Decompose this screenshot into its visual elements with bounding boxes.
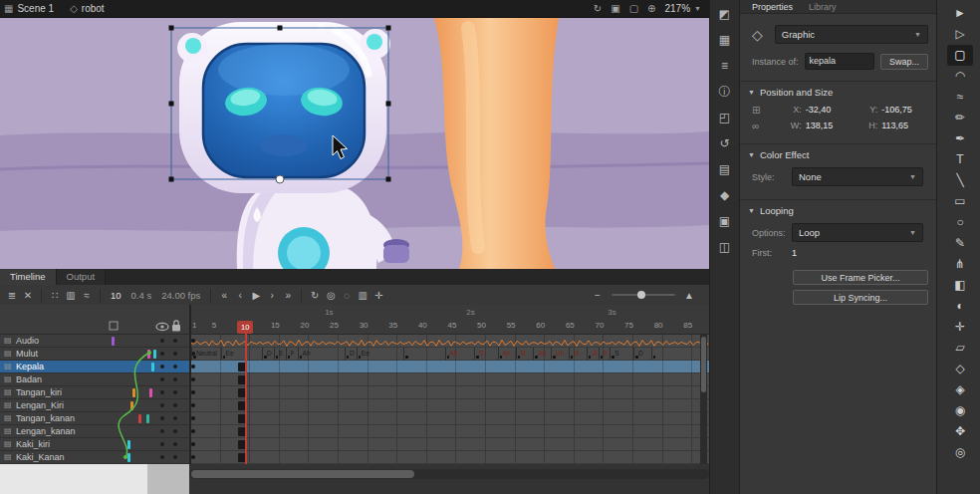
layer-row-lengan_kanan[interactable]: ▤Lengan_kanan [0,425,189,438]
keyframe-dot[interactable] [191,390,195,394]
mouth-pose-segment[interactable]: M [516,348,534,360]
layer-lock-dot[interactable] [173,455,177,459]
w-value[interactable]: 138,15 [806,121,860,130]
layer-visibility-dot[interactable] [160,429,164,433]
layer-row-tangan_kanan[interactable]: ▤Tangan_kanan [0,412,189,425]
width-tool[interactable]: ◇ [947,359,973,379]
onion-skin-outline-icon[interactable]: ◌ [339,290,355,301]
frames-row-lengan_kiri[interactable] [191,399,709,412]
mouth-pose-segment[interactable]: D [474,348,498,360]
layer-row-tangan_kiri[interactable]: ▤Tangan_kiri [0,386,189,399]
edit-multiple-frames-icon[interactable]: ▥ [355,290,370,301]
mouth-pose-segment[interactable]: Uh [551,348,569,360]
zoom-out-frames-icon[interactable]: − [590,290,606,301]
frames-vertical-scrollbar[interactable] [700,335,707,464]
layer-visibility-dot[interactable] [160,339,164,343]
color-panel-icon[interactable]: ◩ [714,6,736,23]
mouth-pose-segment[interactable]: Ee [221,348,262,360]
use-frame-picker-button[interactable]: Use Frame Picker... [793,270,928,285]
keyframe-dot[interactable] [191,455,195,459]
go-first-frame-icon[interactable]: « [216,290,232,301]
mouth-pose-segment[interactable]: Ah [298,348,345,360]
layer-visibility-dot[interactable] [160,416,164,420]
keyframe-mark[interactable] [238,440,246,449]
layer-lock-dot[interactable] [173,442,177,446]
instance-name-field[interactable]: kepala [805,53,874,70]
mouth-pose-segment[interactable]: Ah [533,348,551,360]
camera-tool[interactable]: ◉ [947,400,973,421]
frames-row-kaki_kiri[interactable] [191,438,709,451]
mouth-pose-segment[interactable]: Ee [357,348,403,360]
line-tool[interactable]: ╲ [947,170,973,191]
timeline-zoom-knob[interactable] [637,291,645,299]
keyframe-dot[interactable] [191,442,195,446]
tab-timeline[interactable]: Timeline [0,269,57,285]
mouth-pose-segment[interactable]: Neutral [191,348,221,360]
eraser-tool[interactable]: ▱ [947,338,973,359]
current-frame-counter[interactable]: 10 [111,290,122,301]
swap-button[interactable]: Swap... [880,54,928,70]
color-style-select[interactable]: None ▼ [792,167,923,186]
layer-lock-dot[interactable] [173,416,177,420]
layer-row-kaki_kiri[interactable]: ▤Kaki_kiri [0,438,189,451]
go-last-frame-icon[interactable]: » [280,290,296,301]
layer-visibility-dot[interactable] [160,390,164,394]
layer-row-kaki_kanan[interactable]: ▤Kaki_Kanan [0,451,189,464]
layer-lock-dot[interactable] [173,403,177,407]
frames-row-badan[interactable] [191,373,709,386]
frames-horizontal-scrollbar[interactable] [189,469,709,479]
frames-row-kaki_kanan[interactable] [191,451,709,464]
lasso-tool[interactable]: ◠ [947,66,973,87]
info-panel-icon[interactable]: ⓘ [714,84,736,101]
selection-tool[interactable]: ► [947,3,973,24]
first-frame-value[interactable]: 1 [792,248,848,258]
layer-row-audio[interactable]: ▤Audio [0,335,189,348]
layer-row-lengan_kiri[interactable]: ▤Lengan_Kiri [0,399,189,412]
keyframe-mark[interactable] [238,401,246,410]
frames-row-lengan_kanan[interactable] [191,425,709,438]
paint-bucket-tool[interactable]: ◧ [947,275,973,296]
subselection-tool[interactable]: ▷ [947,24,973,45]
mouth-pose-segment[interactable]: E [274,348,286,360]
h-value[interactable]: 113,65 [881,121,936,130]
zoom-in-frames-icon[interactable]: ▲ [681,290,697,301]
layer-row-kepala[interactable]: ▤Kepala [0,361,189,373]
onion-skin-icon[interactable]: ◎ [323,290,339,301]
mouth-pose-segment[interactable] [403,348,444,360]
layer-lock-dot[interactable] [173,365,177,369]
motion-presets-panel-icon[interactable]: ▣ [714,213,736,230]
classic-brush-tool[interactable]: ✏ [947,108,973,128]
frames-row-kepala[interactable] [191,361,709,373]
lip-syncing-button[interactable]: Lip Syncing... [793,290,928,305]
align-panel-icon[interactable]: ≡ [714,58,736,75]
mouth-pose-segment[interactable]: D [599,348,611,360]
frames-row-tangan_kiri[interactable] [191,386,709,399]
rotation-reset-icon[interactable]: ↻ [594,3,602,14]
loop-options-select[interactable]: Loop ▼ [792,223,923,242]
step-back-icon[interactable]: ‹ [232,290,248,301]
frames-view-icon[interactable]: ▥ [63,290,79,301]
clip-content-icon[interactable]: ▢ [629,3,638,14]
keyframe-mark[interactable] [238,388,246,397]
mouth-pose-segment[interactable]: S [610,348,633,360]
pencil-tool[interactable]: ✎ [947,233,973,254]
scrollbar-thumb[interactable] [191,470,414,478]
keyframe-mark[interactable] [238,375,246,384]
layer-lock-dot[interactable] [173,390,177,394]
keyframe-mark[interactable] [238,427,246,436]
layer-lock-dot[interactable] [173,429,177,433]
step-forward-icon[interactable]: › [264,290,280,301]
oval-tool[interactable]: ○ [947,212,973,233]
layer-row-badan[interactable]: ▤Badan [0,373,189,386]
timeline-options-icon[interactable]: ≣ [4,290,20,301]
scene-panel-icon[interactable]: ◫ [714,239,736,256]
layer-lock-dot[interactable] [173,377,177,381]
parenting-view-icon[interactable]: ∷ [47,290,63,301]
layer-visibility-dot[interactable] [160,442,164,446]
swatches-panel-icon[interactable]: ▦ [714,32,736,49]
keyframe-mark[interactable] [238,453,246,462]
x-value[interactable]: -32,40 [806,105,860,115]
bone-tool[interactable]: ⋔ [947,254,973,275]
layer-lock-dot[interactable] [173,339,177,343]
mouth-pose-segment[interactable] [651,348,692,360]
